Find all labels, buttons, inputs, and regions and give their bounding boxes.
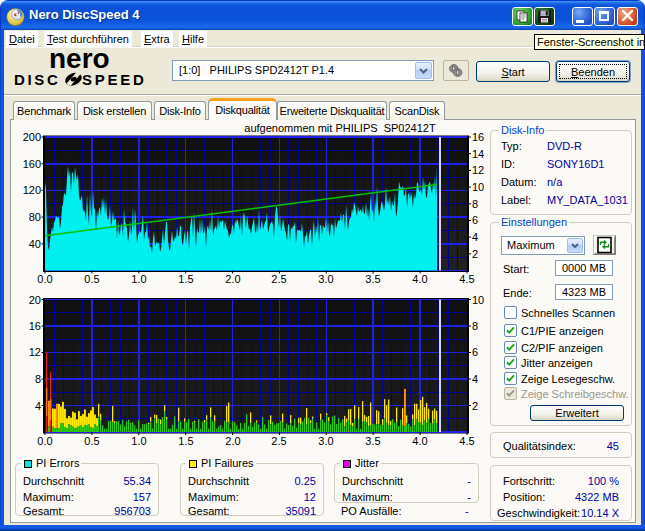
svg-text:16: 16 — [472, 131, 484, 143]
svg-text:3.5: 3.5 — [365, 435, 380, 447]
svg-text:12: 12 — [472, 164, 484, 176]
svg-text:2.0: 2.0 — [225, 435, 240, 447]
svg-text:80: 80 — [29, 211, 41, 223]
svg-text:1.0: 1.0 — [131, 435, 146, 447]
svg-text:8: 8 — [35, 373, 41, 385]
svg-text:0.5: 0.5 — [84, 435, 99, 447]
svg-text:0.0: 0.0 — [37, 435, 52, 447]
svg-text:1.0: 1.0 — [131, 273, 146, 285]
svg-text:DISC: DISC — [14, 72, 60, 87]
svg-text:2.5: 2.5 — [271, 435, 286, 447]
svg-text:4: 4 — [472, 231, 478, 243]
svg-text:0.0: 0.0 — [37, 273, 52, 285]
svg-text:14: 14 — [472, 148, 484, 160]
svg-text:2.0: 2.0 — [225, 273, 240, 285]
svg-text:10: 10 — [472, 294, 484, 306]
svg-text:4.0: 4.0 — [412, 273, 427, 285]
svg-text:3.0: 3.0 — [318, 273, 333, 285]
svg-text:6: 6 — [472, 346, 478, 358]
svg-text:40: 40 — [29, 238, 41, 250]
svg-text:200: 200 — [23, 131, 41, 143]
svg-text:1.5: 1.5 — [178, 273, 193, 285]
svg-text:120: 120 — [23, 184, 41, 196]
svg-text:20: 20 — [29, 294, 41, 306]
svg-text:1.5: 1.5 — [178, 435, 193, 447]
svg-text:SPEED: SPEED — [82, 72, 146, 87]
svg-text:4.5: 4.5 — [459, 273, 474, 285]
svg-text:3.0: 3.0 — [318, 435, 333, 447]
svg-text:160: 160 — [23, 158, 41, 170]
svg-text:4: 4 — [472, 373, 478, 385]
svg-text:0.5: 0.5 — [84, 273, 99, 285]
svg-text:12: 12 — [29, 346, 41, 358]
svg-text:16: 16 — [29, 320, 41, 332]
svg-text:aufgenommen mit PHILIPS SP024: aufgenommen mit PHILIPS SP02412T — [244, 122, 436, 134]
svg-text:6: 6 — [472, 214, 478, 226]
svg-text:8: 8 — [472, 198, 478, 210]
svg-text:4.5: 4.5 — [459, 435, 474, 447]
svg-text:4.0: 4.0 — [412, 435, 427, 447]
svg-text:8: 8 — [472, 320, 478, 332]
svg-text:3.5: 3.5 — [365, 273, 380, 285]
svg-text:2: 2 — [472, 248, 478, 260]
svg-text:2: 2 — [472, 400, 478, 412]
svg-text:4: 4 — [35, 400, 41, 412]
svg-text:10: 10 — [472, 181, 484, 193]
svg-text:2.5: 2.5 — [271, 273, 286, 285]
